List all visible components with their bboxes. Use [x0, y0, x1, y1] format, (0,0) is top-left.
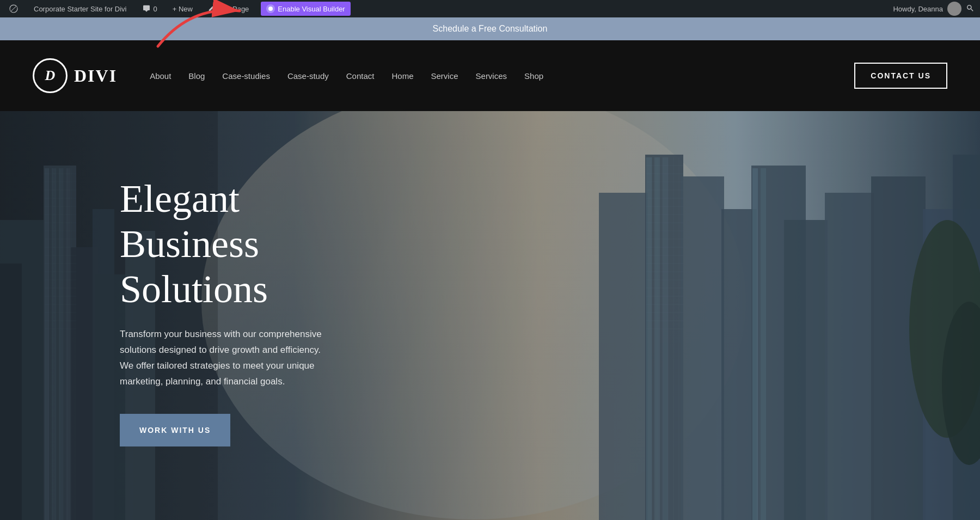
announcement-text: Schedule a Free Consultation [433, 24, 548, 33]
logo-area[interactable]: D DIVI [33, 58, 117, 93]
comments-link[interactable]: 0 [139, 0, 161, 17]
nav-link-services[interactable]: Services [476, 71, 507, 81]
nav-link-home[interactable]: Home [391, 71, 413, 81]
nav-link-service[interactable]: Service [431, 71, 458, 81]
hero-section: Elegant Business Solutions Transform you… [0, 111, 980, 520]
nav-link-about[interactable]: About [150, 71, 171, 81]
admin-bar: Corporate Starter Site for Divi 0 + New … [0, 0, 980, 17]
wordpress-icon [9, 4, 19, 14]
admin-bar-right: Howdy, Deanna [893, 2, 975, 16]
nav-link-contact[interactable]: Contact [346, 71, 375, 81]
edit-icon [208, 4, 216, 14]
announcement-bar[interactable]: Schedule a Free Consultation [0, 17, 980, 40]
enable-vb-label: Enable Visual Builder [278, 5, 345, 13]
contact-us-button[interactable]: CONTACT US [854, 63, 947, 89]
logo-circle-icon: D [33, 58, 68, 93]
hero-subtitle: Transform your business with our compreh… [120, 327, 327, 390]
hero-title: Elegant Business Solutions [120, 176, 327, 311]
search-icon[interactable] [966, 4, 975, 14]
avatar [947, 2, 961, 16]
enable-visual-builder-button[interactable]: Enable Visual Builder [261, 2, 350, 16]
nav-links: About Blog Case-studies Case-study Conta… [150, 71, 854, 81]
navbar: D DIVI About Blog Case-studies Case-stud… [0, 40, 980, 111]
comments-count: 0 [154, 5, 157, 13]
svg-point-0 [268, 7, 273, 11]
visual-builder-icon [266, 4, 275, 13]
site-title-link[interactable]: Corporate Starter Site for Divi [30, 0, 130, 17]
work-with-us-button[interactable]: WORK WITH US [120, 414, 230, 446]
user-greeting: Howdy, Deanna [893, 5, 943, 13]
hero-content: Elegant Business Solutions Transform you… [0, 111, 446, 512]
site-title-text: Corporate Starter Site for Divi [34, 5, 127, 13]
comment-icon [142, 4, 151, 14]
edit-page-button[interactable]: Edit Page [205, 0, 252, 17]
edit-page-label: Edit Page [218, 5, 249, 13]
wp-logo-button[interactable] [5, 0, 22, 17]
nav-link-case-studies[interactable]: Case-studies [222, 71, 270, 81]
nav-link-shop[interactable]: Shop [524, 71, 543, 81]
new-label: + New [173, 5, 193, 13]
new-button[interactable]: + New [169, 0, 196, 17]
nav-link-blog[interactable]: Blog [188, 71, 205, 81]
logo-text: DIVI [74, 66, 117, 86]
nav-link-case-study[interactable]: Case-study [287, 71, 329, 81]
logo-letter: D [45, 68, 56, 84]
